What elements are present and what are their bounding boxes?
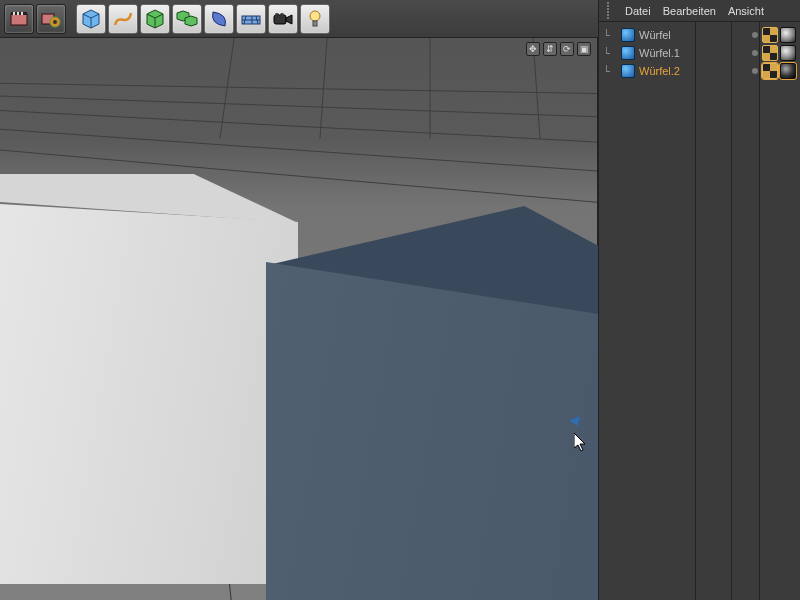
light-button[interactable] [300,4,330,34]
deformer-button[interactable] [204,4,234,34]
phong-tag-icon[interactable] [762,63,778,79]
tree-branch-icon: └ [603,47,617,60]
phong-tag-icon[interactable] [762,45,778,61]
menu-view[interactable]: Ansicht [728,5,764,17]
cube-icon [621,46,635,60]
viewport-move-icon[interactable]: ✥ [526,42,540,56]
object-row[interactable]: └ Würfel.2 [599,62,800,80]
column-divider[interactable] [695,22,696,600]
object-manager-panel: Datei Bearbeiten Ansicht └ Würfel └ Würf… [598,0,800,600]
viewport-controls: ✥ ⇵ ⟳ ▣ [526,42,591,56]
material-tag-icon[interactable] [780,27,796,43]
panel-grip-icon[interactable] [607,2,609,19]
column-divider[interactable] [759,22,760,600]
cube-primitive-button[interactable] [76,4,106,34]
material-tag-icon[interactable] [780,63,796,79]
column-divider[interactable] [731,22,732,600]
svg-point-21 [275,13,279,17]
array-button[interactable] [172,4,202,34]
phong-tag-icon[interactable] [762,27,778,43]
svg-rect-2 [13,12,15,15]
menu-edit[interactable]: Bearbeiten [663,5,716,17]
svg-point-23 [310,11,320,21]
spline-tool-button[interactable] [108,4,138,34]
panel-menu: Datei Bearbeiten Ansicht [599,0,800,22]
viewport[interactable]: ✥ ⇵ ⟳ ▣ [0,38,598,600]
cube-icon [621,28,635,42]
menu-file[interactable]: Datei [625,5,651,17]
svg-rect-0 [11,14,27,25]
tree-branch-icon: └ [603,65,617,78]
svg-point-22 [280,13,284,17]
svg-rect-3 [17,12,19,15]
cube-icon [621,64,635,78]
camera-button[interactable] [268,4,298,34]
object-row[interactable]: └ Würfel [599,26,800,44]
main-toolbar [0,0,598,38]
object-tree: └ Würfel └ Würfel.1 └ Würfel.2 [599,22,800,84]
viewport-rotate-icon[interactable]: ⟳ [560,42,574,56]
object-row[interactable]: └ Würfel.1 [599,44,800,62]
generator-button[interactable] [140,4,170,34]
environment-button[interactable] [236,4,266,34]
viewport-maximize-icon[interactable]: ▣ [577,42,591,56]
render-settings-button[interactable] [36,4,66,34]
viewport-zoom-icon[interactable]: ⇵ [543,42,557,56]
svg-marker-20 [286,15,292,24]
material-tag-icon[interactable] [780,45,796,61]
tree-branch-icon: └ [603,29,617,42]
svg-point-7 [53,20,57,24]
render-view-button[interactable] [4,4,34,34]
svg-rect-24 [313,21,317,26]
svg-rect-4 [21,12,23,15]
svg-marker-13 [185,16,197,26]
